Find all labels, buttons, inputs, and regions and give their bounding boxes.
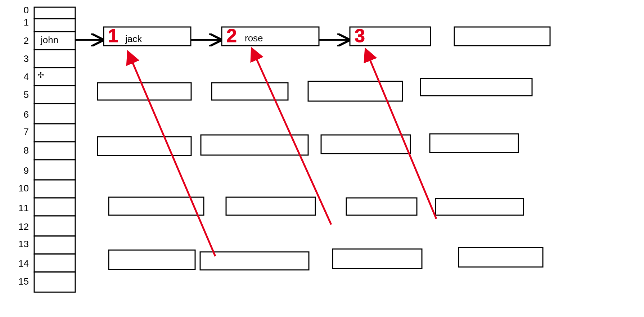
grid-rows [98,78,543,270]
slot-label-2: 2 [24,35,29,46]
grid-r2-c4 [430,134,518,153]
slot-label-12: 12 [18,221,29,232]
grid-r3-c4 [436,199,523,215]
annotation-3: 3 [355,25,365,46]
slot-8 [34,142,75,160]
slot-11 [34,198,75,216]
annotation-1: 1 [108,25,118,46]
grid-r4-c1 [109,250,195,270]
chain-node-2-label: rose [245,33,263,44]
slot-15 [34,272,75,292]
slot-label-10: 10 [18,183,29,194]
slot-label-14: 14 [18,258,29,269]
slot-label-8: 8 [24,145,29,156]
slot-3 [34,50,75,68]
grid-r2-c3 [321,135,410,154]
slot-10 [34,180,75,198]
slot-13 [34,236,75,254]
slot-label-3: 3 [24,53,29,64]
slot-label-13: 13 [18,239,29,249]
slot-label-9: 9 [24,165,29,176]
slot-12 [34,216,75,236]
slot-14 [34,254,75,272]
slot-5 [34,86,75,104]
cursor-marker: ✢ [37,71,44,80]
annotation-2: 2 [226,25,237,46]
slot-label-5: 5 [24,89,29,100]
slot-label-4: 4 [24,71,29,82]
slot-label-0: 0 [24,5,29,15]
chain-node-1-label: jack [125,33,142,44]
slot-0 [34,7,75,19]
red-arrow-3 [366,50,436,219]
grid-r4-c4 [459,248,543,267]
slot-label-7: 7 [24,126,29,137]
slot-6 [34,104,75,124]
slot-label-6: 6 [24,109,29,120]
slot-1 [34,19,75,32]
slot-label-15: 15 [18,276,29,287]
hash-table-column: 0 1 2 john 3 4 ✢ 5 6 7 8 9 10 11 [18,5,75,292]
slot-2-value: john [40,35,58,45]
grid-r3-c2 [226,197,315,215]
grid-r1-c4 [420,78,532,96]
grid-r4-c3 [333,249,422,268]
slot-label-1: 1 [24,17,29,28]
grid-r1-c2 [212,83,288,100]
chain-extra-box [454,27,550,46]
slot-label-11: 11 [18,203,29,213]
grid-r1-c3 [308,81,402,101]
chain-row: 1 jack 2 rose 3 [75,25,550,46]
grid-r3-c1 [109,197,204,215]
grid-r3-c3 [346,198,417,215]
grid-r4-c2 [200,252,309,270]
grid-r2-c1 [98,137,191,155]
slot-9 [34,160,75,180]
slot-7 [34,124,75,142]
